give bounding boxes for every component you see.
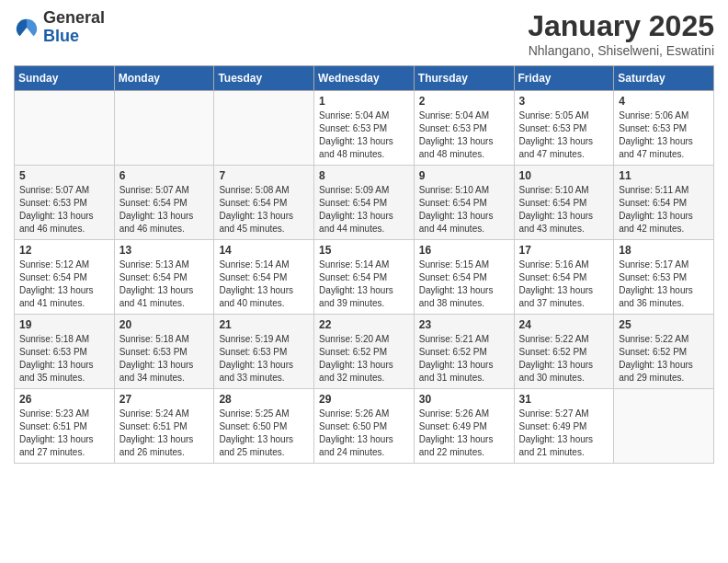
calendar-day-cell: 12Sunrise: 5:12 AM Sunset: 6:54 PM Dayli… [15, 240, 115, 315]
day-number: 1 [319, 95, 409, 108]
day-number: 23 [419, 318, 509, 331]
day-number: 22 [319, 318, 409, 331]
day-info: Sunrise: 5:05 AM Sunset: 6:53 PM Dayligh… [519, 109, 609, 161]
day-info: Sunrise: 5:18 AM Sunset: 6:53 PM Dayligh… [119, 333, 210, 385]
day-number: 12 [19, 244, 109, 257]
weekday-header-thursday: Thursday [414, 66, 514, 91]
day-info: Sunrise: 5:21 AM Sunset: 6:52 PM Dayligh… [419, 333, 509, 385]
calendar-day-cell: 22Sunrise: 5:20 AM Sunset: 6:52 PM Dayli… [314, 315, 415, 389]
calendar-day-cell: 5Sunrise: 5:07 AM Sunset: 6:53 PM Daylig… [15, 166, 115, 240]
calendar-day-cell: 8Sunrise: 5:09 AM Sunset: 6:54 PM Daylig… [314, 166, 415, 240]
day-info: Sunrise: 5:23 AM Sunset: 6:51 PM Dayligh… [19, 408, 109, 459]
calendar-table: SundayMondayTuesdayWednesdayThursdayFrid… [14, 65, 714, 464]
day-number: 29 [319, 393, 409, 406]
day-number: 25 [619, 318, 709, 331]
day-info: Sunrise: 5:18 AM Sunset: 6:53 PM Dayligh… [19, 333, 109, 385]
day-number: 5 [19, 169, 109, 182]
calendar-week-row: 19Sunrise: 5:18 AM Sunset: 6:53 PM Dayli… [15, 315, 714, 389]
day-info: Sunrise: 5:11 AM Sunset: 6:54 PM Dayligh… [619, 184, 709, 236]
calendar-week-row: 12Sunrise: 5:12 AM Sunset: 6:54 PM Dayli… [15, 240, 714, 315]
calendar-day-cell: 28Sunrise: 5:25 AM Sunset: 6:50 PM Dayli… [214, 389, 314, 464]
day-number: 14 [219, 244, 309, 257]
day-number: 7 [219, 169, 309, 182]
day-info: Sunrise: 5:14 AM Sunset: 6:54 PM Dayligh… [319, 259, 409, 310]
day-info: Sunrise: 5:27 AM Sunset: 6:49 PM Dayligh… [519, 408, 609, 459]
day-number: 2 [419, 95, 509, 108]
day-number: 20 [119, 318, 210, 331]
day-info: Sunrise: 5:12 AM Sunset: 6:54 PM Dayligh… [19, 259, 109, 310]
calendar-subtitle: Nhlangano, Shiselweni, Eswatini [528, 43, 714, 58]
calendar-day-cell: 17Sunrise: 5:16 AM Sunset: 6:54 PM Dayli… [514, 240, 614, 315]
weekday-header-monday: Monday [114, 66, 214, 91]
day-info: Sunrise: 5:17 AM Sunset: 6:53 PM Dayligh… [619, 259, 709, 310]
calendar-day-cell: 9Sunrise: 5:10 AM Sunset: 6:54 PM Daylig… [414, 166, 514, 240]
day-info: Sunrise: 5:10 AM Sunset: 6:54 PM Dayligh… [419, 184, 509, 236]
calendar-day-cell: 15Sunrise: 5:14 AM Sunset: 6:54 PM Dayli… [314, 240, 415, 315]
calendar-day-cell: 16Sunrise: 5:15 AM Sunset: 6:54 PM Dayli… [414, 240, 514, 315]
calendar-day-cell: 24Sunrise: 5:22 AM Sunset: 6:52 PM Dayli… [514, 315, 614, 389]
page-header: General Blue January 2025 Nhlangano, Shi… [14, 9, 714, 58]
day-info: Sunrise: 5:19 AM Sunset: 6:53 PM Dayligh… [219, 333, 309, 385]
day-info: Sunrise: 5:07 AM Sunset: 6:53 PM Dayligh… [19, 184, 109, 236]
calendar-day-cell: 4Sunrise: 5:06 AM Sunset: 6:53 PM Daylig… [614, 91, 714, 166]
day-number: 18 [619, 244, 709, 257]
weekday-header-friday: Friday [514, 66, 614, 91]
calendar-week-row: 1Sunrise: 5:04 AM Sunset: 6:53 PM Daylig… [15, 91, 714, 166]
day-info: Sunrise: 5:26 AM Sunset: 6:50 PM Dayligh… [319, 408, 409, 459]
day-number: 15 [319, 244, 409, 257]
calendar-day-cell: 27Sunrise: 5:24 AM Sunset: 6:51 PM Dayli… [114, 389, 214, 464]
day-info: Sunrise: 5:20 AM Sunset: 6:52 PM Dayligh… [319, 333, 409, 385]
day-info: Sunrise: 5:22 AM Sunset: 6:52 PM Dayligh… [619, 333, 709, 385]
day-number: 27 [119, 393, 210, 406]
day-number: 17 [519, 244, 609, 257]
calendar-week-row: 5Sunrise: 5:07 AM Sunset: 6:53 PM Daylig… [15, 166, 714, 240]
day-number: 28 [219, 393, 309, 406]
calendar-day-cell: 1Sunrise: 5:04 AM Sunset: 6:53 PM Daylig… [314, 91, 415, 166]
calendar-day-cell: 14Sunrise: 5:14 AM Sunset: 6:54 PM Dayli… [214, 240, 314, 315]
calendar-day-cell: 19Sunrise: 5:18 AM Sunset: 6:53 PM Dayli… [15, 315, 115, 389]
calendar-day-cell [114, 91, 214, 166]
title-block: January 2025 Nhlangano, Shiselweni, Eswa… [528, 9, 714, 58]
day-number: 11 [619, 169, 709, 182]
day-number: 21 [219, 318, 309, 331]
calendar-week-row: 26Sunrise: 5:23 AM Sunset: 6:51 PM Dayli… [15, 389, 714, 464]
calendar-day-cell: 23Sunrise: 5:21 AM Sunset: 6:52 PM Dayli… [414, 315, 514, 389]
day-info: Sunrise: 5:15 AM Sunset: 6:54 PM Dayligh… [419, 259, 509, 310]
calendar-day-cell: 3Sunrise: 5:05 AM Sunset: 6:53 PM Daylig… [514, 91, 614, 166]
calendar-day-cell: 13Sunrise: 5:13 AM Sunset: 6:54 PM Dayli… [114, 240, 214, 315]
day-info: Sunrise: 5:14 AM Sunset: 6:54 PM Dayligh… [219, 259, 309, 310]
day-info: Sunrise: 5:07 AM Sunset: 6:54 PM Dayligh… [119, 184, 210, 236]
day-info: Sunrise: 5:04 AM Sunset: 6:53 PM Dayligh… [419, 109, 509, 161]
calendar-day-cell: 10Sunrise: 5:10 AM Sunset: 6:54 PM Dayli… [514, 166, 614, 240]
day-number: 24 [519, 318, 609, 331]
day-info: Sunrise: 5:06 AM Sunset: 6:53 PM Dayligh… [619, 109, 709, 161]
calendar-day-cell: 18Sunrise: 5:17 AM Sunset: 6:53 PM Dayli… [614, 240, 714, 315]
weekday-header-wednesday: Wednesday [314, 66, 415, 91]
calendar-day-cell: 26Sunrise: 5:23 AM Sunset: 6:51 PM Dayli… [15, 389, 115, 464]
day-info: Sunrise: 5:04 AM Sunset: 6:53 PM Dayligh… [319, 109, 409, 161]
weekday-header-saturday: Saturday [614, 66, 714, 91]
day-number: 10 [519, 169, 609, 182]
logo-icon [14, 15, 40, 40]
day-number: 6 [119, 169, 210, 182]
day-info: Sunrise: 5:24 AM Sunset: 6:51 PM Dayligh… [119, 408, 210, 459]
calendar-day-cell: 25Sunrise: 5:22 AM Sunset: 6:52 PM Dayli… [614, 315, 714, 389]
calendar-title: January 2025 [528, 9, 714, 43]
day-number: 13 [119, 244, 210, 257]
calendar-day-cell: 31Sunrise: 5:27 AM Sunset: 6:49 PM Dayli… [514, 389, 614, 464]
day-number: 16 [419, 244, 509, 257]
calendar-day-cell: 7Sunrise: 5:08 AM Sunset: 6:54 PM Daylig… [214, 166, 314, 240]
day-info: Sunrise: 5:16 AM Sunset: 6:54 PM Dayligh… [519, 259, 609, 310]
calendar-day-cell: 11Sunrise: 5:11 AM Sunset: 6:54 PM Dayli… [614, 166, 714, 240]
day-number: 9 [419, 169, 509, 182]
weekday-header-row: SundayMondayTuesdayWednesdayThursdayFrid… [15, 66, 714, 91]
day-number: 30 [419, 393, 509, 406]
calendar-day-cell [614, 389, 714, 464]
day-number: 19 [19, 318, 109, 331]
day-info: Sunrise: 5:13 AM Sunset: 6:54 PM Dayligh… [119, 259, 210, 310]
weekday-header-tuesday: Tuesday [214, 66, 314, 91]
calendar-day-cell [214, 91, 314, 166]
logo-text: General Blue [43, 9, 105, 46]
day-info: Sunrise: 5:25 AM Sunset: 6:50 PM Dayligh… [219, 408, 309, 459]
calendar-day-cell: 20Sunrise: 5:18 AM Sunset: 6:53 PM Dayli… [114, 315, 214, 389]
